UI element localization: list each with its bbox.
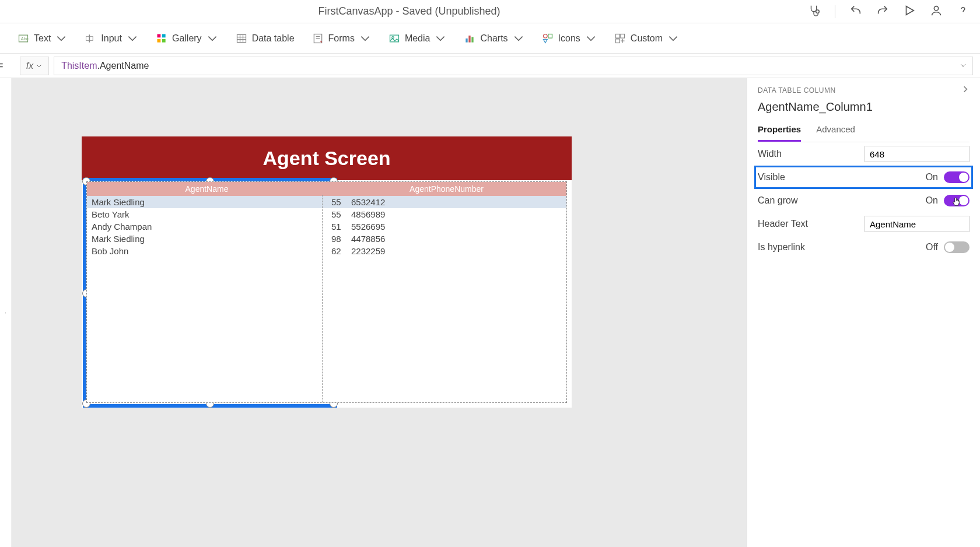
cell-name: Mark Siedling (87, 196, 327, 208)
ribbon-datatable-label: Data table (252, 33, 295, 44)
left-rail[interactable]: · (0, 78, 12, 547)
table-row[interactable]: Andy Champan 515526695 (87, 220, 566, 233)
cursor-pointer-icon (951, 197, 961, 208)
cell-name: Andy Champan (87, 220, 327, 233)
ribbon-input[interactable]: Input (85, 33, 138, 44)
play-icon[interactable] (903, 4, 916, 19)
ribbon-datatable[interactable]: Data table (236, 33, 295, 44)
prop-visible-label: Visible (758, 172, 785, 183)
selected-object-name: AgentName_Column1 (758, 100, 970, 114)
chevron-down-icon (127, 33, 138, 44)
svg-rect-5 (89, 34, 90, 42)
input-icon (85, 33, 96, 44)
column-header-agentname[interactable]: AgentName (87, 182, 327, 196)
svg-rect-6 (157, 34, 160, 37)
svg-rect-19 (615, 34, 620, 38)
prop-cangrow-state: On (926, 195, 938, 206)
prop-visible-state: On (926, 172, 938, 183)
media-icon (388, 33, 400, 44)
prop-width-label: Width (758, 149, 782, 159)
ribbon-media-label: Media (405, 33, 430, 44)
prop-width-input[interactable] (864, 146, 970, 162)
data-table[interactable]: AgentName AgentPhoneNumber Mark Siedling… (86, 181, 567, 403)
gallery-icon (156, 33, 167, 44)
canvas-screen[interactable]: Agent Screen AgentName AgentPhoneNumber (82, 136, 572, 408)
svg-rect-15 (469, 36, 471, 43)
ribbon-charts-label: Charts (480, 33, 508, 44)
fx-label: fx (26, 61, 33, 71)
table-row[interactable]: Mark Siedling 556532412 (87, 196, 566, 208)
prop-hyperlink: Is hyperlink Off (758, 236, 970, 259)
chevron-down-icon (435, 33, 446, 44)
table-row[interactable]: Beto Yark 554856989 (87, 208, 566, 220)
chevron-down-icon (585, 33, 597, 44)
prop-headertext-input[interactable] (864, 216, 970, 232)
column-separator (322, 195, 323, 402)
chevron-down-icon (667, 33, 679, 44)
fx-selector[interactable]: fx (20, 57, 49, 75)
chevron-down-icon (55, 33, 67, 44)
prop-headertext: Header Text (758, 212, 970, 236)
table-header-row: AgentName AgentPhoneNumber (87, 182, 566, 196)
redo-icon[interactable] (876, 4, 889, 19)
svg-rect-9 (162, 38, 166, 42)
forms-icon (312, 33, 324, 44)
stethoscope-icon[interactable] (808, 4, 821, 19)
charts-icon (464, 33, 475, 44)
breadcrumb: DATA TABLE COLUMN (758, 86, 836, 94)
ribbon-custom[interactable]: Custom (614, 33, 679, 44)
ribbon-icons-label: Icons (558, 33, 580, 44)
canvas-area[interactable]: Agent Screen AgentName AgentPhoneNumber (12, 78, 747, 547)
main: · Agent Screen AgentName AgentPhoneNumbe… (0, 78, 980, 547)
cell-phone: 622232259 (327, 245, 566, 257)
tab-advanced[interactable]: Advanced (816, 120, 855, 142)
text-icon: Abc (18, 33, 29, 44)
svg-rect-10 (237, 34, 246, 42)
svg-point-17 (543, 34, 547, 38)
prop-visible: Visible On (754, 166, 973, 189)
prop-visible-toggle[interactable] (944, 171, 970, 183)
table-row[interactable]: Mark Siedling 984478856 (87, 233, 566, 245)
svg-rect-20 (621, 34, 625, 38)
ribbon-gallery[interactable]: Gallery (156, 33, 218, 44)
tab-properties[interactable]: Properties (758, 120, 801, 142)
person-icon[interactable] (930, 4, 943, 19)
screen-title: Agent Screen (82, 136, 572, 180)
formula-expand-icon[interactable] (960, 61, 967, 71)
divider (835, 5, 835, 18)
ribbon-charts[interactable]: Charts (464, 33, 524, 44)
formula-input[interactable]: ThisItem.AgentName (54, 57, 973, 75)
ribbon-text[interactable]: Abc Text (18, 33, 67, 44)
properties-tabs: Properties Advanced (758, 120, 970, 142)
ribbon-text-label: Text (34, 33, 51, 44)
undo-icon[interactable] (849, 4, 862, 19)
chevron-down-icon (206, 33, 218, 44)
ribbon-media[interactable]: Media (388, 33, 447, 44)
svg-rect-16 (472, 37, 474, 42)
ribbon-forms[interactable]: Forms (312, 33, 371, 44)
icons-icon (542, 33, 554, 44)
chevron-down-icon (513, 33, 524, 44)
ribbon-custom-label: Custom (631, 33, 663, 44)
cell-name: Bob John (87, 245, 327, 257)
ribbon-input-label: Input (101, 33, 122, 44)
column-header-agentphone[interactable]: AgentPhoneNumber (327, 182, 566, 196)
help-icon[interactable] (957, 4, 970, 19)
prop-hyperlink-label: Is hyperlink (758, 242, 805, 253)
prop-hyperlink-toggle[interactable] (944, 241, 970, 253)
table-row[interactable]: Bob John 622232259 (87, 245, 566, 257)
datatable-icon (236, 33, 247, 44)
chevron-down-icon (36, 62, 43, 69)
ribbon-gallery-label: Gallery (172, 33, 202, 44)
ribbon: Abc Text Input Gallery Data table Forms … (0, 23, 980, 54)
prop-width: Width (758, 142, 970, 166)
formula-token-prop: .AgentName (97, 61, 149, 71)
svg-rect-7 (162, 34, 166, 37)
equals-label: = (0, 59, 4, 72)
svg-rect-18 (548, 34, 552, 38)
ribbon-forms-label: Forms (328, 33, 355, 44)
app-title: FirstCanvasApp - Saved (Unpublished) (10, 5, 808, 17)
svg-point-1 (934, 6, 938, 10)
ribbon-icons[interactable]: Icons (542, 33, 597, 44)
chevron-right-icon[interactable] (961, 85, 970, 96)
